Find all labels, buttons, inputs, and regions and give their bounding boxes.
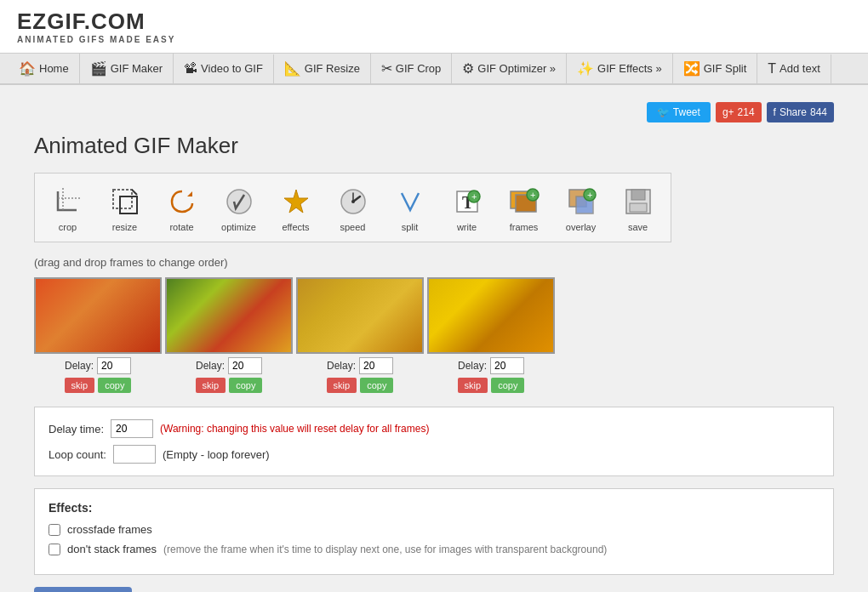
delay-label: Delay time: — [49, 423, 104, 435]
delay-label-2: Delay: — [196, 360, 225, 372]
logo-sub: ANIMATED GIFS MADE EASY — [17, 35, 851, 44]
gplus-count: 214 — [738, 106, 755, 118]
gif-maker-icon: 🎬 — [90, 60, 107, 77]
delay-label-4: Delay: — [458, 360, 487, 372]
drag-hint: (drag and drop frames to change order) — [34, 256, 834, 269]
delay-input[interactable] — [111, 419, 153, 438]
stack-row: don't stack frames (remove the frame whe… — [49, 543, 819, 555]
skip-button-2[interactable]: skip — [196, 378, 226, 393]
resize-icon — [106, 183, 144, 220]
delay-input-1[interactable] — [97, 357, 131, 374]
home-icon: 🏠 — [19, 60, 36, 77]
delay-row-3: Delay: — [327, 357, 393, 374]
logo-main: EZGIF.COM — [17, 9, 851, 35]
tool-label-split: split — [402, 222, 419, 232]
frame-item-1: Delay:skipcopy — [34, 277, 162, 393]
copy-button-1[interactable]: copy — [98, 378, 131, 393]
loop-hint: (Empty - loop forever) — [163, 448, 270, 461]
loop-label: Loop count: — [49, 448, 106, 461]
gif-resize-icon: 📐 — [284, 60, 301, 77]
tool-speed[interactable]: speed — [325, 179, 380, 236]
main-content: 🐦 Tweet g+ 214 f Share 844 Animated GIF … — [17, 85, 851, 592]
tool-label-overlay: overlay — [566, 222, 596, 232]
tool-crop[interactable]: crop — [40, 179, 95, 236]
tool-resize[interactable]: resize — [97, 179, 152, 236]
tool-write[interactable]: T+write — [439, 179, 494, 236]
animate-button[interactable]: Animate it! — [34, 587, 132, 592]
tool-label-frames: frames — [510, 222, 539, 232]
tweet-label: Tweet — [673, 106, 700, 118]
frame-item-3: Delay:skipcopy — [296, 277, 424, 393]
video-to-gif-icon: 📽 — [184, 61, 197, 77]
split-icon — [391, 183, 429, 220]
tool-label-save: save — [628, 222, 648, 232]
copy-button-4[interactable]: copy — [491, 378, 524, 393]
nav-item-gif-maker[interactable]: 🎬GIF Maker — [80, 54, 174, 83]
delay-warning: (Warning: changing this value will reset… — [160, 423, 429, 435]
nav-item-gif-effects[interactable]: ✨GIF Effects » — [567, 54, 673, 83]
tool-rotate[interactable]: rotate — [154, 179, 209, 236]
skip-button-4[interactable]: skip — [458, 378, 488, 393]
frame-image-4 — [427, 277, 555, 354]
nav-item-gif-split[interactable]: 🔀GIF Split — [673, 54, 758, 83]
crossfade-row: crossfade frames — [49, 523, 819, 536]
tool-label-speed: speed — [340, 222, 366, 232]
nav-item-add-text[interactable]: TAdd text — [757, 54, 831, 83]
loop-input[interactable] — [113, 445, 156, 464]
gif-split-icon: 🔀 — [683, 60, 700, 77]
tweet-button[interactable]: 🐦 Tweet — [647, 102, 711, 122]
stack-checkbox[interactable] — [49, 544, 60, 555]
copy-button-2[interactable]: copy — [229, 378, 262, 393]
toolbar: cropresizerotateoptimizeeffectsspeedspli… — [34, 173, 671, 242]
navbar: 🏠Home🎬GIF Maker📽Video to GIF📐GIF Resize✂… — [0, 54, 868, 85]
tool-label-resize: resize — [112, 222, 137, 232]
tool-overlay[interactable]: +overlay — [553, 179, 608, 236]
frame-buttons-2: skipcopy — [196, 378, 263, 393]
tool-optimize[interactable]: optimize — [211, 179, 266, 236]
svg-text:+: + — [471, 191, 477, 202]
delay-row-4: Delay: — [458, 357, 524, 374]
delay-label-1: Delay: — [65, 360, 94, 372]
gif-crop-icon: ✂ — [381, 60, 392, 77]
tool-save[interactable]: save — [610, 179, 665, 236]
nav-item-home[interactable]: 🏠Home — [9, 54, 80, 83]
delay-input-2[interactable] — [228, 357, 262, 374]
svg-rect-23 — [631, 190, 645, 200]
frame-image-2 — [165, 277, 293, 354]
skip-button-3[interactable]: skip — [327, 378, 357, 393]
add-text-icon: T — [768, 61, 776, 77]
share-button[interactable]: f Share 844 — [767, 102, 834, 122]
copy-button-3[interactable]: copy — [360, 378, 393, 393]
tool-split[interactable]: split — [382, 179, 437, 236]
page-title: Animated GIF Maker — [34, 133, 834, 159]
frame-image-3 — [296, 277, 424, 354]
frames-icon: + — [505, 183, 543, 220]
gplus-button[interactable]: g+ 214 — [716, 102, 762, 122]
share-label: Share — [779, 106, 807, 118]
header: EZGIF.COM ANIMATED GIFS MADE EASY — [0, 0, 868, 54]
tool-label-crop: crop — [59, 222, 77, 232]
nav-label-gif-effects: GIF Effects » — [597, 62, 662, 75]
crossfade-label: crossfade frames — [67, 523, 152, 536]
effects-title: Effects: — [49, 501, 819, 515]
tool-effects[interactable]: effects — [268, 179, 323, 236]
delay-input-3[interactable] — [359, 357, 393, 374]
nav-item-gif-crop[interactable]: ✂GIF Crop — [371, 54, 452, 83]
gplus-icon: g+ — [722, 106, 734, 118]
skip-button-1[interactable]: skip — [65, 378, 95, 393]
rotate-icon — [163, 183, 201, 220]
nav-item-video-to-gif[interactable]: 📽Video to GIF — [174, 54, 274, 83]
delay-row-2: Delay: — [196, 357, 262, 374]
tool-frames[interactable]: +frames — [496, 179, 551, 236]
delay-input-4[interactable] — [490, 357, 524, 374]
nav-item-gif-optimizer[interactable]: ⚙GIF Optimizer » — [452, 54, 567, 83]
share-count: 844 — [810, 106, 827, 118]
overlay-icon: + — [562, 183, 600, 220]
crossfade-checkbox[interactable] — [49, 524, 60, 536]
speed-icon — [334, 183, 372, 220]
nav-item-gif-resize[interactable]: 📐GIF Resize — [274, 54, 371, 83]
delay-row: Delay time: (Warning: changing this valu… — [49, 419, 819, 438]
tool-label-rotate: rotate — [169, 222, 193, 232]
effects-icon — [277, 183, 315, 220]
stack-note: (remove the frame when it's time to disp… — [163, 544, 607, 555]
